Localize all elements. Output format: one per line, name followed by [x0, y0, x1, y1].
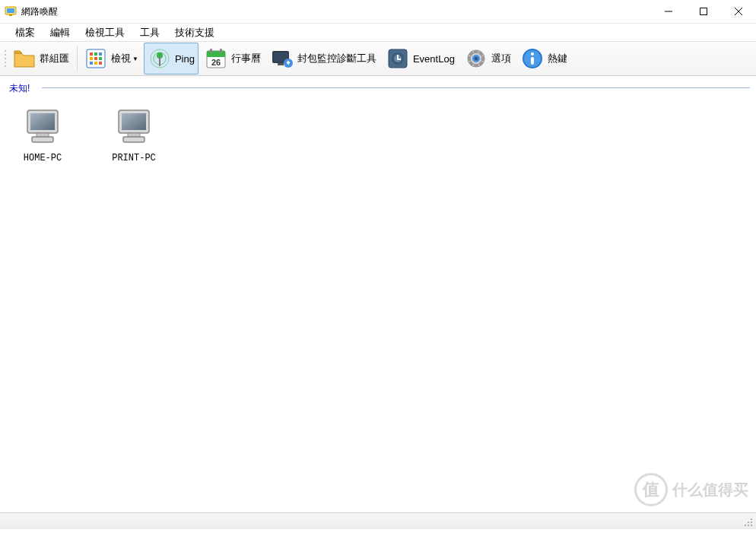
svg-text:26: 26	[211, 58, 221, 67]
eventlog-icon	[386, 46, 410, 71]
toolbar-options-label: 選項	[491, 52, 511, 65]
calendar-icon: 26	[204, 46, 228, 71]
svg-rect-51	[123, 137, 145, 142]
group-label: 未知!	[9, 83, 34, 94]
svg-point-55	[745, 525, 746, 526]
minimize-button[interactable]	[651, 0, 686, 23]
toolbar: 群組匯 檢視 ▼	[0, 41, 756, 76]
svg-rect-41	[531, 57, 534, 65]
window-controls	[651, 0, 756, 23]
svg-rect-44	[30, 113, 55, 130]
toolbar-ping-button[interactable]: Ping	[144, 43, 199, 75]
menu-file[interactable]: 檔案	[8, 24, 43, 42]
svg-point-56	[748, 525, 749, 526]
resize-grip[interactable]	[742, 516, 754, 528]
svg-rect-24	[220, 49, 222, 53]
svg-rect-28	[278, 63, 284, 65]
pc-label: HOME-PC	[12, 153, 73, 163]
svg-rect-49	[122, 113, 146, 130]
pc-label: PRINT-PC	[103, 153, 164, 163]
watermark-badge: 值	[634, 473, 668, 506]
svg-rect-11	[90, 57, 93, 60]
svg-rect-16	[99, 62, 102, 65]
svg-rect-9	[94, 52, 97, 56]
pc-item-print[interactable]: PRINT-PC	[103, 106, 164, 163]
pc-item-home[interactable]: HOME-PC	[12, 106, 73, 163]
svg-point-53	[748, 522, 749, 523]
app-icon	[5, 5, 17, 17]
svg-point-57	[751, 525, 752, 526]
toolbar-view-label: 檢視	[111, 52, 131, 65]
svg-rect-12	[94, 57, 97, 60]
svg-rect-15	[94, 62, 97, 65]
title-bar: 網路喚醒	[0, 0, 756, 23]
toolbar-calendar-button[interactable]: 26 行事曆	[200, 43, 265, 75]
status-bar	[0, 512, 756, 529]
watermark-text: 什么值得买	[672, 480, 748, 500]
toolbar-group-label: 群組匯	[40, 52, 69, 65]
svg-rect-22	[207, 51, 225, 57]
toolbar-options-button[interactable]: 選項	[460, 43, 515, 75]
menu-tools[interactable]: 工具	[132, 24, 167, 42]
svg-point-52	[751, 519, 752, 520]
svg-rect-14	[90, 62, 93, 65]
toolbar-separator	[77, 46, 78, 71]
toolbar-view-button[interactable]: 檢視 ▼	[80, 43, 142, 75]
toolbar-hotkeys-label: 熱鍵	[548, 52, 567, 65]
svg-rect-20	[159, 57, 160, 66]
group-header: 未知!	[0, 76, 756, 98]
svg-point-40	[531, 52, 534, 56]
content-area[interactable]: 未知! HOME-PC	[0, 76, 756, 512]
toolbar-hotkeys-button[interactable]: 熱鍵	[516, 43, 571, 75]
svg-rect-10	[99, 52, 102, 56]
grid-view-icon	[84, 46, 108, 71]
menu-view-tools[interactable]: 檢視工具	[78, 24, 132, 42]
svg-rect-23	[210, 49, 212, 53]
computer-icon	[21, 106, 64, 148]
maximize-button[interactable]	[686, 0, 721, 23]
folder-icon	[12, 46, 37, 71]
gear-icon	[464, 46, 488, 71]
toolbar-group-button[interactable]: 群組匯	[8, 43, 73, 75]
toolbar-packet-button[interactable]: 封包監控診斷工具	[266, 43, 380, 75]
toolbar-calendar-label: 行事曆	[231, 52, 261, 65]
svg-rect-1	[7, 8, 14, 13]
watermark: 值 什么值得买	[634, 473, 748, 506]
ping-icon	[148, 46, 172, 71]
window-title: 網路喚醒	[21, 5, 651, 18]
menu-support[interactable]: 技術支援	[167, 24, 222, 42]
svg-rect-8	[90, 52, 93, 56]
svg-rect-34	[397, 59, 401, 60]
toolbar-eventlog-label: EventLog	[413, 53, 455, 65]
toolbar-eventlog-button[interactable]: EventLog	[382, 43, 459, 75]
svg-point-37	[474, 57, 478, 61]
svg-rect-46	[32, 137, 53, 142]
toolbar-ping-label: Ping	[175, 53, 195, 65]
svg-rect-4	[700, 8, 707, 15]
computer-icon	[113, 106, 155, 148]
dropdown-arrow-icon: ▼	[132, 56, 138, 62]
svg-rect-2	[9, 14, 12, 16]
info-icon	[520, 46, 545, 71]
menu-bar: 檔案 編輯 檢視工具 工具 技術支援	[0, 23, 756, 41]
close-button[interactable]	[721, 0, 756, 23]
group-divider	[42, 87, 750, 88]
toolbar-packet-label: 封包監控診斷工具	[297, 52, 376, 65]
toolbar-grip[interactable]	[3, 45, 7, 72]
svg-rect-13	[99, 57, 102, 60]
packet-monitor-icon	[270, 46, 294, 71]
items-container: HOME-PC PRINT-PC	[0, 98, 756, 163]
menu-edit[interactable]: 編輯	[43, 24, 78, 42]
svg-point-54	[751, 522, 752, 523]
